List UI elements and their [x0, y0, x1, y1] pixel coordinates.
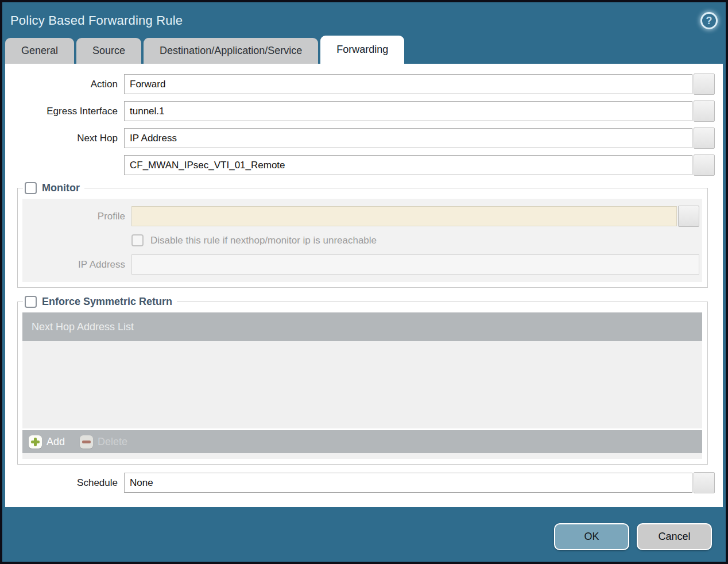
table-toolbar: Add Delete: [22, 430, 702, 453]
egress-interface-row: Egress Interface tunnel.1: [5, 101, 715, 121]
table-bottom-strip: [22, 453, 702, 459]
policy-based-forwarding-dialog: Policy Based Forwarding Rule ? General S…: [0, 0, 728, 564]
minus-icon: [80, 435, 93, 449]
action-dropdown-button[interactable]: [694, 74, 715, 95]
tab-source[interactable]: Source: [76, 38, 141, 64]
monitor-fieldset: Monitor Profile Disable this rule if nex…: [17, 182, 708, 288]
next-hop-type-dropdown-button[interactable]: [694, 128, 715, 149]
monitor-profile-row: Profile: [22, 206, 699, 226]
tab-general[interactable]: General: [5, 38, 74, 64]
monitor-legend-label: Monitor: [42, 182, 80, 194]
next-hop-address-select[interactable]: CF_MWAN_IPsec_VTI_01_Remote: [124, 155, 692, 175]
delete-button: Delete: [80, 435, 127, 449]
monitor-ip-address-input: [131, 254, 699, 275]
action-label: Action: [5, 79, 124, 90]
tab-strip: General Source Destination/Application/S…: [2, 36, 726, 64]
action-select[interactable]: Forward: [124, 74, 692, 94]
dialog-title: Policy Based Forwarding Rule: [10, 13, 183, 28]
forwarding-tab-panel: Action Forward Egress Interface tunnel.1…: [5, 64, 723, 507]
monitor-ip-address-label: IP Address: [22, 259, 131, 271]
tab-destination-application-service[interactable]: Destination/Application/Service: [144, 38, 318, 64]
symmetric-return-legend: Enforce Symmetric Return: [23, 296, 177, 308]
table-body[interactable]: [22, 341, 702, 428]
help-icon[interactable]: ?: [700, 12, 718, 29]
dialog-footer: OK Cancel: [2, 507, 726, 562]
next-hop-row: Next Hop IP Address: [5, 128, 715, 148]
profile-select: [131, 206, 677, 226]
profile-dropdown-button: [678, 206, 699, 227]
cancel-button[interactable]: Cancel: [637, 523, 712, 550]
table-header: Next Hop Address List: [22, 312, 702, 341]
symmetric-return-legend-label: Enforce Symmetric Return: [42, 296, 172, 308]
next-hop-address-list-table: Next Hop Address List Add Delete: [22, 312, 702, 459]
delete-button-label: Delete: [98, 436, 127, 448]
schedule-row: Schedule None: [5, 473, 715, 493]
disable-rule-label: Disable this rule if nexthop/monitor ip …: [150, 235, 377, 246]
action-row: Action Forward: [5, 74, 715, 94]
egress-interface-dropdown-button[interactable]: [694, 101, 715, 122]
tab-forwarding[interactable]: Forwarding: [320, 36, 404, 64]
monitor-legend: Monitor: [23, 182, 84, 194]
add-button[interactable]: Add: [29, 435, 65, 449]
question-mark-glyph: ?: [706, 15, 712, 27]
monitor-checkbox[interactable]: [25, 182, 37, 194]
egress-interface-select[interactable]: tunnel.1: [124, 101, 692, 121]
symmetric-return-checkbox[interactable]: [25, 296, 37, 308]
schedule-select[interactable]: None: [124, 473, 692, 493]
disable-rule-row: Disable this rule if nexthop/monitor ip …: [131, 234, 702, 246]
plus-icon: [29, 435, 42, 449]
title-bar: Policy Based Forwarding Rule ?: [2, 2, 726, 36]
ok-button[interactable]: OK: [554, 523, 629, 550]
monitor-panel: Profile Disable this rule if nexthop/mon…: [22, 199, 702, 282]
symmetric-return-fieldset: Enforce Symmetric Return Next Hop Addres…: [17, 296, 708, 465]
disable-rule-checkbox: [131, 234, 144, 246]
table-header-label: Next Hop Address List: [32, 321, 134, 333]
next-hop-address-dropdown-button[interactable]: [694, 154, 715, 176]
next-hop-label: Next Hop: [5, 133, 124, 144]
next-hop-type-select[interactable]: IP Address: [124, 128, 692, 148]
add-button-label: Add: [47, 436, 65, 448]
schedule-label: Schedule: [5, 477, 124, 489]
schedule-dropdown-button[interactable]: [694, 472, 715, 493]
egress-interface-label: Egress Interface: [5, 106, 124, 117]
next-hop-address-row: CF_MWAN_IPsec_VTI_01_Remote: [5, 155, 715, 175]
profile-label: Profile: [22, 211, 131, 222]
monitor-ip-address-row: IP Address: [22, 254, 699, 275]
